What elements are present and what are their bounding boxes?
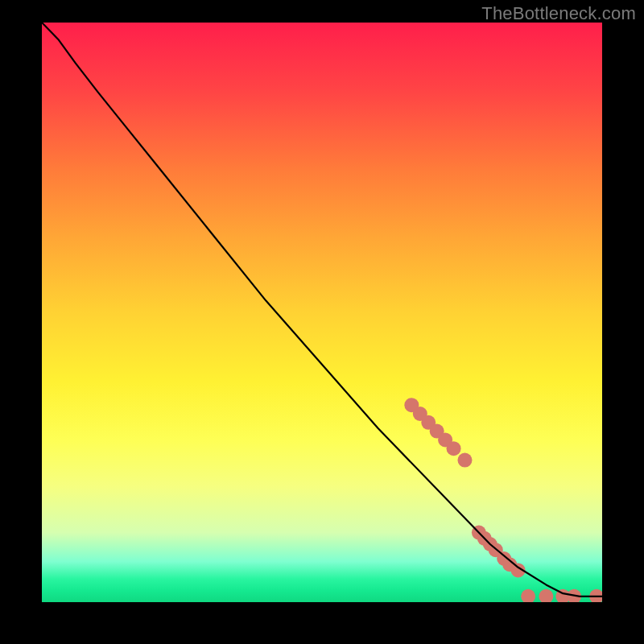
marker-dot <box>539 589 553 602</box>
marker-dot <box>489 543 503 557</box>
marker-dot <box>430 424 444 439</box>
marker-dot <box>511 563 526 577</box>
chart-svg <box>42 23 602 602</box>
marker-dot <box>555 589 570 602</box>
marker-dot <box>421 415 436 430</box>
marker-dot <box>477 531 492 546</box>
markers-layer <box>404 398 602 602</box>
marker-dot <box>404 398 419 412</box>
marker-dot <box>438 432 452 447</box>
watermark-text: TheBottleneck.com <box>481 3 636 24</box>
marker-dot <box>457 453 472 468</box>
marker-dot <box>472 526 486 540</box>
marker-dot <box>502 557 517 572</box>
marker-dot <box>483 537 497 551</box>
chart-frame: TheBottleneck.com <box>0 0 644 644</box>
marker-dot <box>521 589 535 602</box>
plot-area <box>42 23 602 602</box>
marker-dot <box>567 589 581 602</box>
main-curve <box>42 23 602 597</box>
marker-dot <box>447 441 461 456</box>
marker-dot <box>497 551 511 566</box>
marker-dot <box>589 589 602 602</box>
marker-dot <box>413 407 427 421</box>
